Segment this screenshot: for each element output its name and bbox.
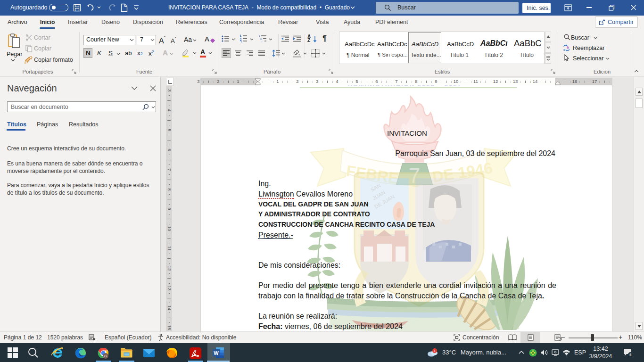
svg-text:c: c <box>563 48 566 52</box>
svg-text:4: 4 <box>629 353 632 357</box>
svg-text:i: i <box>262 40 262 42</box>
svg-text:1: 1 <box>434 349 436 353</box>
svg-text:b: b <box>567 45 569 49</box>
svg-text:G: G <box>104 354 107 358</box>
svg-text:W: W <box>214 350 219 356</box>
